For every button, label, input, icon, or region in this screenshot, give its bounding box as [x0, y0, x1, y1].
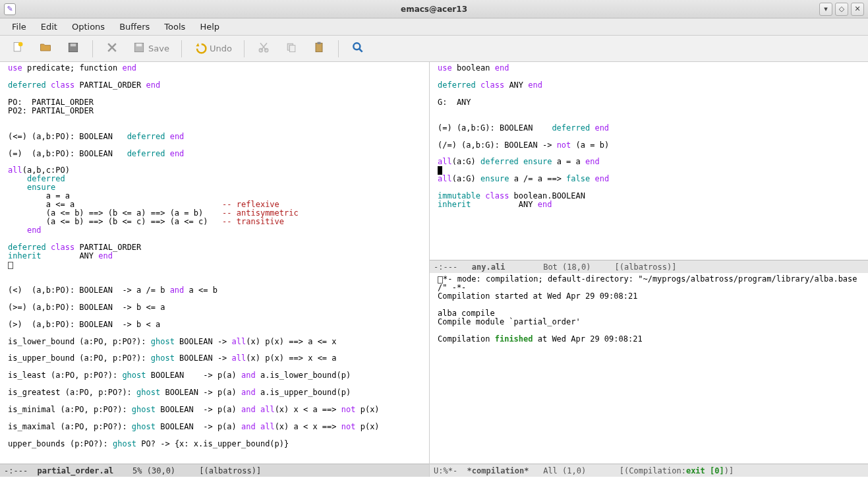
- paste-button[interactable]: [308, 39, 330, 59]
- code-text: (a <= b) ==> (b <= a) ==> (a = b): [8, 208, 222, 218]
- kw: class: [51, 243, 74, 252]
- code-text: BOOLEAN ->: [175, 337, 232, 346]
- kw: and: [241, 422, 256, 431]
- search-icon: [351, 41, 364, 56]
- code-text: (>) (a,b:PO): BOOLEAN -> b < a: [8, 320, 160, 329]
- cut-button[interactable]: [252, 39, 275, 59]
- code-text: alba compile: [438, 309, 495, 318]
- code-text: ANY: [504, 80, 528, 90]
- code-text: is_minimal (a:PO, p:PO?):: [8, 405, 132, 414]
- close-button[interactable]: ✕: [851, 3, 864, 16]
- code-text: BOOLEAN ->: [175, 353, 232, 363]
- code-text: boolean.BOOLEAN: [509, 191, 585, 200]
- save-disk-button[interactable]: [62, 39, 84, 59]
- toolbar-separator: [338, 40, 339, 57]
- code-text: [476, 80, 480, 90]
- svg-rect-10: [316, 43, 322, 51]
- svg-rect-5: [136, 44, 142, 46]
- kw: ghost: [122, 371, 146, 380]
- kw: inherit: [438, 200, 471, 209]
- emacs-app-icon: ✎: [4, 3, 16, 15]
- minimize-button[interactable]: ▾: [819, 3, 832, 16]
- cancel-x-button[interactable]: [101, 39, 123, 59]
- code-text: [165, 132, 169, 141]
- kw: and: [170, 286, 185, 295]
- kw: ensure: [27, 183, 55, 192]
- code-text: (x) x < a ==>: [275, 405, 341, 414]
- svg-point-12: [353, 43, 360, 49]
- modeline-pos: Bot (18,0) [(albatross)]: [505, 262, 676, 272]
- floppy-icon: [67, 41, 80, 56]
- left-editor[interactable]: use predicate; function end deferred cla…: [0, 62, 429, 464]
- code-text: (a,b,c:PO): [22, 166, 70, 175]
- code-text: a = a: [8, 191, 70, 200]
- comment: -- transitive: [222, 217, 284, 226]
- open-file-button[interactable]: [34, 39, 57, 59]
- copy-button[interactable]: [280, 39, 303, 59]
- save-button[interactable]: Save: [129, 39, 173, 59]
- menu-tools[interactable]: Tools: [158, 20, 192, 34]
- line-marker: [8, 262, 13, 269]
- code-text: (x) p(x) ==> x <= a: [246, 353, 336, 363]
- code-text: a.is_lower_bound(p): [256, 371, 351, 380]
- modeline-tail: )]: [724, 466, 734, 475]
- kw: end: [585, 157, 600, 166]
- compilation-buffer[interactable]: *- mode: compilation; default-directory:…: [430, 273, 868, 464]
- kw: all: [438, 157, 452, 166]
- kw: end: [594, 123, 609, 133]
- code-text: PO: PARTIAL_ORDER: [8, 98, 94, 107]
- code-text: a /= a ==>: [509, 174, 566, 183]
- undo-button[interactable]: Undo: [190, 39, 236, 59]
- open-folder-icon: [39, 41, 52, 56]
- code-text: (=) (a,b:G): BOOLEAN: [438, 123, 552, 133]
- kw: ghost: [151, 337, 175, 346]
- kw: and: [241, 388, 256, 397]
- kw: deferred: [552, 123, 590, 133]
- kw: end: [538, 200, 552, 209]
- code-text: [519, 157, 523, 166]
- new-file-button[interactable]: [7, 39, 29, 59]
- kw: use: [438, 63, 452, 73]
- code-text: [46, 80, 51, 90]
- left-modeline[interactable]: -:--- partial_order.al 5% (30,0) [(albat…: [0, 464, 429, 477]
- kw: use: [8, 63, 22, 73]
- right-top-editor[interactable]: use boolean end deferred class ANY end G…: [430, 62, 868, 260]
- menu-help[interactable]: Help: [193, 20, 226, 34]
- code-text: at Wed Apr 29 09:08:21: [533, 334, 643, 344]
- code-text: (/=) (a,b:G): BOOLEAN ->: [438, 140, 557, 150]
- code-text: is_greatest (a:PO, p:PO?):: [8, 388, 136, 397]
- code-text: [8, 183, 27, 192]
- code-text: predicate; function: [22, 63, 123, 73]
- kw: ghost: [151, 353, 175, 363]
- code-text: [165, 149, 169, 158]
- code-text: [8, 226, 27, 235]
- compilation-modeline[interactable]: U:%*- *compilation* All (1,0) [(Compilat…: [430, 464, 868, 477]
- save-icon: [132, 41, 146, 56]
- code-text: G: ANY: [438, 98, 471, 107]
- code-text: [46, 243, 51, 252]
- kw: not: [557, 140, 571, 150]
- minibuffer[interactable]: [0, 477, 868, 486]
- menu-edit[interactable]: Edit: [34, 20, 64, 34]
- kw: ghost: [113, 439, 136, 448]
- menu-file[interactable]: File: [5, 20, 33, 34]
- svg-rect-11: [317, 42, 320, 44]
- code-text: ANY: [471, 200, 538, 209]
- modeline-status: -:---: [434, 262, 472, 272]
- menu-options[interactable]: Options: [65, 20, 111, 34]
- code-text: BOOLEAN -> p(a): [160, 388, 241, 397]
- kw: end: [495, 63, 509, 73]
- menu-buffers[interactable]: Buffers: [113, 20, 156, 34]
- maximize-button[interactable]: ◇: [835, 3, 848, 16]
- clipboard-icon: [312, 41, 326, 56]
- kw: end: [98, 251, 113, 260]
- code-text: a.is_upper_bound(p): [256, 388, 351, 397]
- kw: ghost: [136, 388, 160, 397]
- code-text: is_least (a:PO, p:PO?):: [8, 371, 122, 380]
- modeline-status: -:---: [4, 466, 38, 475]
- code-text: (a <= b) ==> (b <= c) ==> (a <= c): [8, 217, 222, 226]
- code-text: BOOLEAN -> p(a): [156, 405, 241, 414]
- right-top-modeline[interactable]: -:--- any.ali Bot (18,0) [(albatross)]: [430, 260, 868, 273]
- kw: class: [480, 80, 504, 90]
- search-button[interactable]: [347, 39, 369, 59]
